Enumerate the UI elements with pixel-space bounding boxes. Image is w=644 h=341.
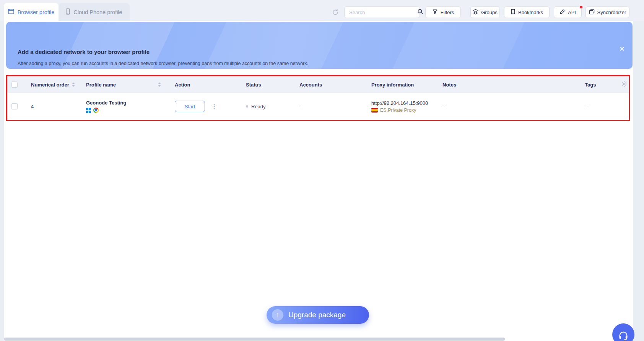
select-all-checkbox[interactable] <box>11 82 18 88</box>
header-proxy-information: Proxy information <box>371 82 414 88</box>
row-checkbox[interactable] <box>11 103 18 109</box>
sync-windows-icon <box>589 9 595 16</box>
row-numerical-order: 4 <box>31 104 34 109</box>
notes-value: -- <box>442 104 446 109</box>
profiles-table: Numerical order Profile name Action Stat… <box>6 75 630 121</box>
tab-label: Browser profile <box>18 9 55 15</box>
api-button[interactable]: API <box>554 7 582 18</box>
accounts-value: -- <box>299 104 303 109</box>
phone-icon <box>66 8 70 16</box>
banner-description: After adding a proxy, you can run accoun… <box>18 61 308 66</box>
header-numerical-order: Numerical order <box>31 82 69 88</box>
header-notes: Notes <box>442 82 456 88</box>
tags-value: -- <box>585 104 588 109</box>
header-tags: Tags <box>585 82 596 88</box>
sort-icon[interactable] <box>158 82 161 87</box>
table-header-row: Numerical order Profile name Action Stat… <box>7 76 629 93</box>
headset-icon <box>618 330 629 341</box>
status-text: Ready <box>251 104 266 109</box>
upgrade-package-button[interactable]: ↑ Upgrade package <box>267 306 369 324</box>
more-options-icon[interactable]: ⋮ <box>211 103 217 110</box>
up-arrow-icon: ↑ <box>272 309 283 321</box>
app-window: Browser profile Cloud Phone profile <box>0 0 644 341</box>
filters-label: Filters <box>441 10 454 15</box>
profile-name: Geonode Testing <box>86 100 126 106</box>
filters-button[interactable]: Filters <box>425 7 461 18</box>
proxy-location: ES,Private Proxy <box>380 108 416 113</box>
header-action: Action <box>175 82 190 88</box>
search-box <box>344 7 420 18</box>
search-input[interactable] <box>348 9 417 16</box>
header-accounts: Accounts <box>299 82 322 88</box>
search-icon[interactable] <box>417 8 423 16</box>
tab-cloud-phone-profile[interactable]: Cloud Phone profile <box>59 3 130 21</box>
chrome-icon <box>93 108 99 113</box>
spain-flag-icon <box>371 108 378 113</box>
groups-label: Groups <box>481 10 498 15</box>
status-dot-icon <box>246 105 248 108</box>
start-button[interactable]: Start <box>175 101 205 112</box>
banner-title: Add a dedicated network to your browser … <box>18 49 150 55</box>
tab-browser-profile[interactable]: Browser profile <box>4 3 59 21</box>
bookmark-icon <box>511 9 516 16</box>
browser-window-icon <box>8 9 14 15</box>
header-profile-name: Profile name <box>86 82 116 88</box>
close-icon[interactable]: ✕ <box>619 46 625 52</box>
header-status: Status <box>246 82 261 88</box>
synchronizer-button[interactable]: Synchronizer <box>585 7 629 18</box>
horizontal-scrollbar[interactable] <box>4 338 505 341</box>
api-notification-dot <box>580 6 582 8</box>
proxy-promo-banner: Add a dedicated network to your browser … <box>6 22 633 69</box>
tab-label: Cloud Phone profile <box>73 9 122 15</box>
filter-funnel-icon <box>432 9 438 16</box>
api-label: API <box>568 10 576 15</box>
windows-icon <box>86 108 91 113</box>
proxy-url: http://92.204.164.15:9000 <box>371 100 428 106</box>
main-panel <box>4 21 633 341</box>
upgrade-label: Upgrade package <box>288 311 346 319</box>
synchronizer-label: Synchronizer <box>597 10 626 15</box>
bookmarks-button[interactable]: Bookmarks <box>504 7 550 18</box>
bookmarks-label: Bookmarks <box>518 10 543 15</box>
layers-icon <box>473 9 478 16</box>
table-row: 4 Geonode Testing Start ⋮ Ready -- http:… <box>7 93 629 120</box>
groups-button[interactable]: Groups <box>470 7 500 18</box>
sort-icon[interactable] <box>72 82 75 87</box>
gear-icon[interactable] <box>621 81 628 88</box>
pen-api-icon <box>559 9 565 16</box>
top-tab-bar: Browser profile Cloud Phone profile <box>0 0 644 21</box>
refresh-icon[interactable] <box>332 9 339 16</box>
